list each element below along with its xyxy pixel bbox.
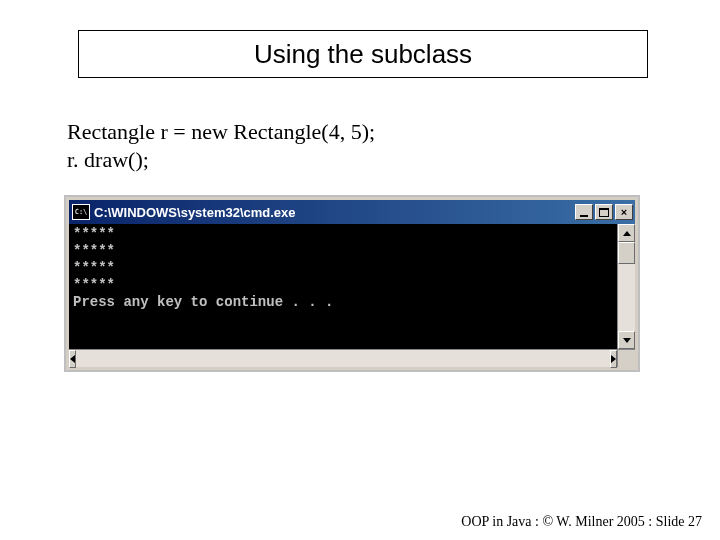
terminal-icon: C:\ [72,204,90,220]
scroll-corner [617,349,635,367]
minimize-icon [580,215,588,217]
terminal-title-text: C:\WINDOWS\system32\cmd.exe [94,205,575,220]
slide-title: Using the subclass [254,39,472,70]
slide-footer: OOP in Java : © W. Milner 2005 : Slide 2… [461,514,702,530]
terminal-output: ***** ***** ***** ***** Press any key to… [69,224,617,349]
terminal-window: C:\ C:\WINDOWS\system32\cmd.exe × ***** … [64,195,640,372]
scroll-thumb-vertical[interactable] [618,242,635,264]
code-snippet: Rectangle r = new Rectangle(4, 5); r. dr… [67,118,375,173]
slide-title-box: Using the subclass [78,30,648,78]
scroll-track-vertical[interactable] [618,264,635,331]
chevron-left-icon [70,355,75,363]
terminal-body-wrap: ***** ***** ***** ***** Press any key to… [69,224,635,349]
scroll-up-button[interactable] [618,224,635,242]
maximize-button[interactable] [595,204,613,220]
scroll-track-horizontal[interactable] [76,350,610,367]
scroll-left-button[interactable] [69,350,76,368]
vertical-scrollbar[interactable] [617,224,635,349]
minimize-button[interactable] [575,204,593,220]
close-button[interactable]: × [615,204,633,220]
scroll-right-button[interactable] [610,350,617,368]
horizontal-scrollbar[interactable] [69,349,617,367]
scroll-down-button[interactable] [618,331,635,349]
code-line-1: Rectangle r = new Rectangle(4, 5); [67,118,375,146]
window-controls: × [575,204,635,220]
terminal-titlebar[interactable]: C:\ C:\WINDOWS\system32\cmd.exe × [69,200,635,224]
chevron-down-icon [623,338,631,343]
maximize-icon [599,208,609,217]
code-line-2: r. draw(); [67,146,375,174]
close-icon: × [621,207,627,218]
chevron-up-icon [623,231,631,236]
chevron-right-icon [611,355,616,363]
